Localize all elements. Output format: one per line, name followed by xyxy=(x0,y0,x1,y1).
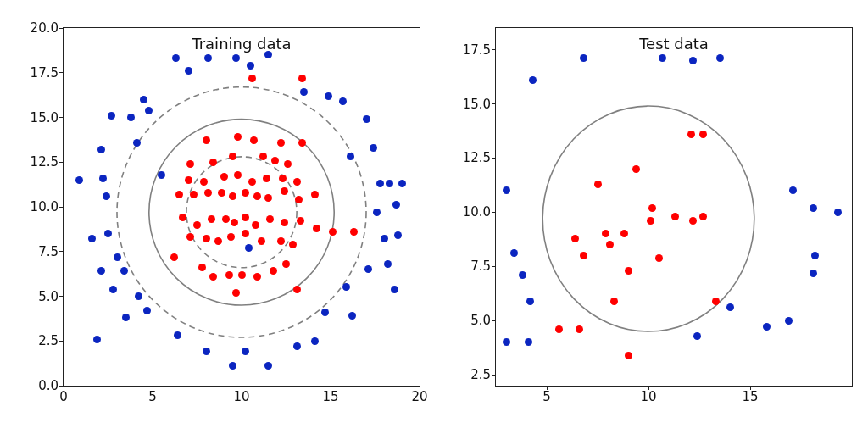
x-tick-label: 15 xyxy=(322,386,338,404)
data-point xyxy=(218,189,225,197)
data-point xyxy=(580,252,587,259)
data-point xyxy=(170,253,178,261)
data-point xyxy=(186,160,194,168)
data-point xyxy=(293,342,301,350)
data-point xyxy=(140,96,147,103)
y-tick-label: 15.0 xyxy=(31,110,64,125)
data-point xyxy=(108,112,115,120)
data-point xyxy=(103,192,110,200)
data-point xyxy=(503,338,510,346)
data-point xyxy=(503,186,510,194)
data-point xyxy=(329,228,337,236)
data-point xyxy=(348,312,356,320)
data-point xyxy=(99,175,107,182)
data-point xyxy=(263,175,270,182)
y-tick-label: 20.0 xyxy=(31,20,64,36)
data-point xyxy=(232,289,240,297)
data-point xyxy=(247,62,254,70)
data-point xyxy=(225,271,233,279)
x-tick-label: 10 xyxy=(640,386,656,404)
y-tick-label: 2.5 xyxy=(38,333,64,348)
data-point xyxy=(671,213,679,220)
data-point xyxy=(716,54,724,62)
data-point xyxy=(834,209,842,216)
panel-training: Training data 051015200.02.55.07.510.012… xyxy=(63,27,420,387)
figure: Training data 051015200.02.55.07.510.012… xyxy=(0,0,868,434)
data-point xyxy=(279,175,287,182)
data-point xyxy=(381,235,388,242)
data-point xyxy=(632,165,640,173)
y-tick-label: 17.5 xyxy=(463,42,496,58)
data-point xyxy=(277,237,285,245)
data-point xyxy=(242,230,249,237)
svg-point-0 xyxy=(186,157,297,268)
data-point xyxy=(625,267,632,275)
y-tick-label: 5.0 xyxy=(38,289,64,304)
svg-point-2 xyxy=(117,87,366,337)
data-point xyxy=(203,348,210,355)
data-point xyxy=(284,160,292,168)
data-point xyxy=(238,271,246,279)
data-point xyxy=(209,159,217,166)
data-point xyxy=(271,157,279,164)
data-point xyxy=(204,189,212,197)
data-point xyxy=(109,286,117,293)
data-point xyxy=(391,286,398,293)
x-tick-label: 20 xyxy=(411,386,427,404)
data-point xyxy=(555,326,563,333)
data-point xyxy=(203,235,210,242)
data-point xyxy=(208,215,215,223)
data-point xyxy=(810,270,817,277)
data-point xyxy=(311,191,319,198)
data-point xyxy=(193,221,201,229)
data-point xyxy=(398,180,406,187)
data-point xyxy=(364,265,372,273)
y-tick-label: 2.5 xyxy=(470,367,496,382)
data-point xyxy=(277,139,285,147)
data-point xyxy=(350,228,358,236)
data-point xyxy=(203,136,210,144)
data-point xyxy=(258,237,265,245)
data-point xyxy=(186,233,194,241)
panel-test: Test data 510152.55.07.510.012.515.017.5 xyxy=(495,27,853,387)
data-point xyxy=(810,204,817,212)
x-tick-label: 5 xyxy=(148,386,157,404)
data-point xyxy=(234,171,242,179)
y-tick-label: 7.5 xyxy=(38,244,64,259)
data-point xyxy=(384,260,392,268)
data-point xyxy=(220,173,228,181)
data-point xyxy=(158,171,165,179)
data-point xyxy=(785,317,793,325)
boundary-overlay xyxy=(64,28,420,386)
data-point xyxy=(185,176,192,184)
data-point xyxy=(295,196,303,203)
data-point xyxy=(363,115,370,123)
data-point xyxy=(311,337,319,345)
data-point xyxy=(726,303,734,311)
data-point xyxy=(594,181,602,188)
y-tick-label: 17.5 xyxy=(31,65,64,81)
data-point xyxy=(293,178,301,186)
data-point xyxy=(386,180,393,187)
data-point xyxy=(519,271,526,279)
data-point xyxy=(252,221,259,229)
data-point xyxy=(282,260,290,268)
data-point xyxy=(93,336,101,343)
data-point xyxy=(248,75,256,82)
y-tick-label: 10.0 xyxy=(31,199,64,214)
data-point xyxy=(571,235,579,242)
y-tick-label: 0.0 xyxy=(38,378,64,393)
data-point xyxy=(242,214,249,221)
data-point xyxy=(647,217,654,225)
data-point xyxy=(687,131,695,138)
data-point xyxy=(281,187,288,195)
x-tick-label: 10 xyxy=(233,386,249,404)
data-point xyxy=(529,76,537,84)
data-point xyxy=(229,192,236,200)
data-point xyxy=(143,307,151,314)
y-tick-label: 5.0 xyxy=(470,313,496,328)
data-point xyxy=(245,244,253,252)
data-point xyxy=(655,254,663,262)
boundary-overlay xyxy=(496,28,852,386)
data-point xyxy=(693,332,701,340)
